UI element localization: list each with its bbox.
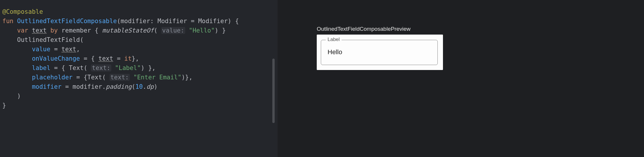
text-field-label: Label	[326, 37, 342, 42]
fn-remember: remember	[61, 27, 91, 34]
hint-value: value:	[161, 27, 185, 34]
keyword-it: it	[124, 55, 131, 62]
num-10: 10	[135, 83, 143, 90]
outlined-text-field[interactable]: Label Hello	[321, 40, 438, 65]
arg-value-rhs: text	[61, 46, 76, 53]
arg-label: label	[32, 64, 50, 71]
arg-value: value	[32, 46, 50, 53]
preview-card: Label Hello	[317, 35, 443, 70]
code-editor[interactable]: @Composable fun OutlinedTextFieldComposa…	[0, 0, 278, 157]
code-block[interactable]: @Composable fun OutlinedTextFieldComposa…	[2, 7, 275, 110]
preview-title: OutlinedTextFieldComposablePreview	[317, 26, 411, 32]
arg-modifier: modifier	[32, 83, 61, 90]
param-name: modifier	[121, 18, 150, 25]
call-outlinedtextfield: OutlinedTextField	[17, 36, 80, 43]
string-label: "Label"	[115, 64, 141, 71]
fn-mutablestateof: mutableStateOf	[102, 27, 154, 34]
function-name: OutlinedTextFieldComposable	[17, 18, 117, 25]
unit-dp: dp	[146, 83, 154, 90]
close-paren: )	[17, 93, 21, 100]
arg-onvaluechange: onValueChange	[32, 55, 80, 62]
text-field-value[interactable]: Hello	[328, 48, 342, 56]
hint-text-placeholder: text:	[110, 74, 130, 81]
keyword-var: var	[17, 27, 28, 34]
close-brace: }	[2, 102, 6, 109]
param-default: Modifier	[198, 18, 228, 25]
keyword-fun: fun	[2, 18, 13, 25]
hint-text-label: text:	[91, 64, 111, 71]
param-type: Modifier	[157, 18, 187, 25]
string-hello: "Hello"	[189, 27, 215, 34]
ide-root: @Composable fun OutlinedTextFieldComposa…	[0, 0, 644, 157]
onchange-text: text	[98, 55, 113, 62]
string-placeholder: "Enter Email"	[134, 74, 181, 81]
preview-pane: OutlinedTextFieldComposablePreview Label…	[278, 0, 644, 157]
keyword-by: by	[50, 27, 58, 34]
fn-text-label: Text	[69, 64, 84, 71]
open-brace: {	[235, 18, 239, 25]
rhs-modifier: modifier	[72, 83, 102, 90]
fn-padding: padding	[106, 83, 132, 90]
var-text: text	[32, 27, 47, 34]
annotation: @Composable	[2, 8, 43, 15]
arg-placeholder: placeholder	[32, 74, 72, 81]
fn-text-placeholder: Text	[87, 74, 102, 81]
